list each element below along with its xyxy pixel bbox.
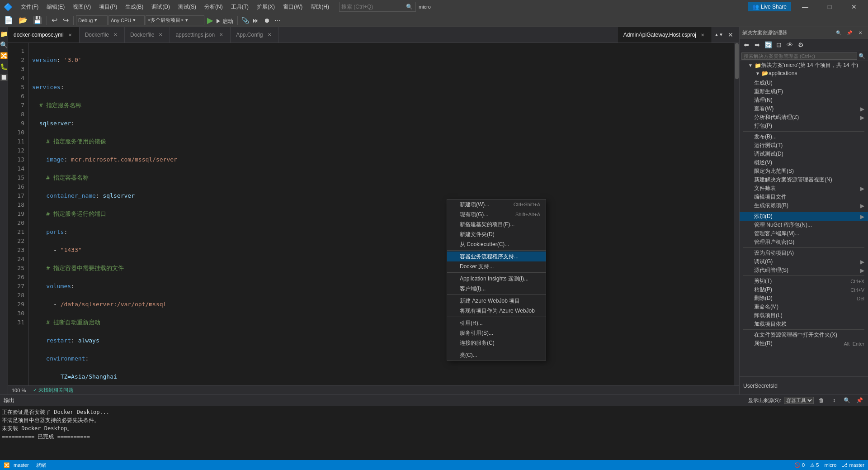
menu-edit[interactable]: 编辑(E) [43,1,68,13]
sol-tb-forward[interactable]: ➡ [752,40,762,50]
tab-expand-icon[interactable]: ▲▼ [714,30,724,40]
ctx-new-folder[interactable]: 新建文件夹(D) [447,229,546,239]
toolbar-save-all[interactable]: 💾 [31,15,44,25]
search-input[interactable] [341,4,405,10]
sol-tb-collapse[interactable]: ⊟ [774,40,784,50]
solution-root[interactable]: ▼ 📁 解决方案'micro'(第 14 个项目，共 14 个) [740,61,868,70]
sol-user-secrets[interactable]: 管理用户机密(G) [740,238,868,247]
ctx-client[interactable]: 客户端(I)... [447,284,546,294]
sol-tb-sync[interactable]: 🔄 [763,40,773,50]
toolbar-attach[interactable]: 📎 [240,15,250,25]
menu-file[interactable]: 文件(F) [17,1,42,13]
sol-overview[interactable]: 概述(V) [740,158,868,167]
sol-cut[interactable]: 剪切(T)Ctrl+X [740,277,868,285]
sol-clean[interactable]: 清理(N) [740,96,868,104]
tab-close-app-config[interactable]: ✕ [266,31,273,38]
solution-search-input[interactable] [741,52,857,60]
code-content[interactable]: version: '3.0' services: # 指定服务名称 sqlser… [28,43,734,385]
sol-debug-g[interactable]: 调试(G)▶ [740,257,868,266]
tab-close-docker-compose[interactable]: ✕ [66,31,74,38]
sol-source-ctrl[interactable]: 源代码管理(S)▶ [740,266,868,275]
sol-pack[interactable]: 打包(P) [740,122,868,130]
sol-tb-show-all[interactable]: 👁 [785,40,795,50]
ctx-azure-webjob[interactable]: 新建 Azure WebJob 项目 [447,296,546,306]
tab-admin-api-gateway[interactable]: AdminApiGateway.Host.csproj ✕ [618,27,712,43]
sol-tb-settings[interactable]: ⚙ [796,40,806,50]
tab-dockerfile-1[interactable]: Dockerfile ✕ [80,27,125,43]
ctx-connected-svc[interactable]: 连接的服务(C) [447,338,546,348]
sol-rename[interactable]: 重命名(M) [740,303,868,311]
sol-close-btn[interactable]: ✕ [855,28,865,38]
sol-search-btn[interactable]: 🔍 [834,28,844,38]
live-share-button[interactable]: 👥 Live Share [748,2,791,11]
startup-dropdown[interactable]: <多个启动项目> ▾ [146,15,204,25]
toolbar-breakpoint[interactable]: ⏺ [262,15,272,25]
tab-close-appsettings[interactable]: ✕ [217,31,225,38]
menu-test[interactable]: 测试(S) [175,1,200,13]
ctx-docker-support[interactable]: Docker 支持... [447,261,546,271]
sol-nuget[interactable]: 管理 NuGet 程序包(N)... [740,221,868,229]
sol-run-tests[interactable]: 运行测试(T) [740,141,868,150]
solution-search-icon[interactable]: 🔍 [857,52,866,61]
toolbar-more[interactable]: ⋯ [273,15,283,25]
tab-docker-compose[interactable]: docker-compose.yml ✕ [8,27,80,43]
sol-unload[interactable]: 卸载项目(L) [740,311,868,320]
close-button[interactable]: ✕ [844,0,864,14]
sol-rebuild[interactable]: 重新生成(E) [740,87,868,96]
start-button[interactable]: ▶ ▶ 启动 [205,15,235,25]
sol-load-deps[interactable]: 加载项目依赖 [740,320,868,328]
tab-appsettings[interactable]: appsettings.json ✕ [170,27,231,43]
sol-scope[interactable]: 限定为此范围(S) [740,167,868,176]
scrollbar-thumb[interactable] [735,43,739,79]
sol-debug-tests[interactable]: 调试测试(D) [740,150,868,158]
ctx-existing-item[interactable]: 现有项(G)... Shift+Alt+A [447,209,546,219]
menu-analyze[interactable]: 分析(N) [201,1,226,13]
sol-pin-btn[interactable]: 📌 [844,28,854,38]
sidebar-icon-git[interactable]: 🔀 [0,51,9,61]
menu-tools[interactable]: 工具(T) [227,1,252,13]
toolbar-undo[interactable]: ↩ [49,15,60,25]
search-icon[interactable]: 🔍 [405,2,414,11]
sidebar-icon-explorer[interactable]: 📁 [0,29,9,39]
toolbar-step-over[interactable]: ⏭ [251,15,261,25]
sol-new-view[interactable]: 新建解决方案资源管理器视图(N) [740,176,868,184]
menu-extensions[interactable]: 扩展(X) [253,1,278,13]
output-clear[interactable]: 🗑 [816,395,826,405]
ctx-new-scaffold[interactable]: 新搭建基架的项目(F)... [447,219,546,229]
tab-close-panel-icon[interactable]: ✕ [726,30,736,40]
tab-dockerfile-2[interactable]: Dockerfile ✕ [125,27,170,43]
ctx-container-support[interactable]: 容器业务流程程序支持... [447,252,546,261]
tab-close-admin[interactable]: ✕ [699,31,706,38]
cpu-dropdown[interactable]: Any CPU ▾ [108,15,145,25]
ctx-service-ref[interactable]: 服务引用(S)... [447,328,546,338]
sol-client-lib[interactable]: 管理客户端库(M)... [740,229,868,238]
sol-edit-proj[interactable]: 编辑项目文件 [740,193,868,201]
sol-delete[interactable]: 删除(D)Del [740,294,868,303]
sol-build-deps[interactable]: 生成依赖项(B)▶ [740,201,868,210]
toolbar-new-file[interactable]: 📄 [2,15,15,25]
tab-close-dockerfile-1[interactable]: ✕ [112,31,119,38]
debug-dropdown[interactable]: Debug ▾ [76,15,108,25]
ctx-reference[interactable]: 引用(R)... [447,318,546,328]
output-pin[interactable]: 📌 [854,395,864,405]
sol-tb-back[interactable]: ⬅ [741,40,751,50]
tree-applications[interactable]: ▼ 📂 applications [740,70,868,77]
menu-window[interactable]: 窗口(W) [279,1,306,13]
sol-build[interactable]: 生成(U) [740,79,868,87]
minimize-button[interactable]: — [795,0,816,14]
menu-project[interactable]: 项目(P) [95,1,121,13]
sol-properties[interactable]: 属性(R)Alt+Enter [740,339,868,348]
ctx-new-item[interactable]: 新建项(W)... Ctrl+Shift+A [447,199,546,209]
code-editor[interactable]: 12345 678910 1112131415 1617181920 21222… [8,43,739,385]
tab-close-dockerfile-2[interactable]: ✕ [157,31,164,38]
menu-view[interactable]: 视图(V) [69,1,94,13]
editor-scrollbar[interactable] [734,43,739,385]
restore-button[interactable]: □ [819,0,840,14]
ctx-app-insights[interactable]: Application Insights 遥测(I)... [447,274,546,284]
sol-add[interactable]: 添加(D)▶ [740,212,868,221]
output-find[interactable]: 🔍 [842,395,852,405]
sidebar-icon-ext[interactable]: 🔲 [0,72,9,82]
ctx-cookiecutter[interactable]: 从 Cookiecutter(C)... [447,239,546,249]
output-source-select[interactable]: 容器工具 [784,397,814,404]
sol-publish[interactable]: 发布(B)... [740,133,868,141]
